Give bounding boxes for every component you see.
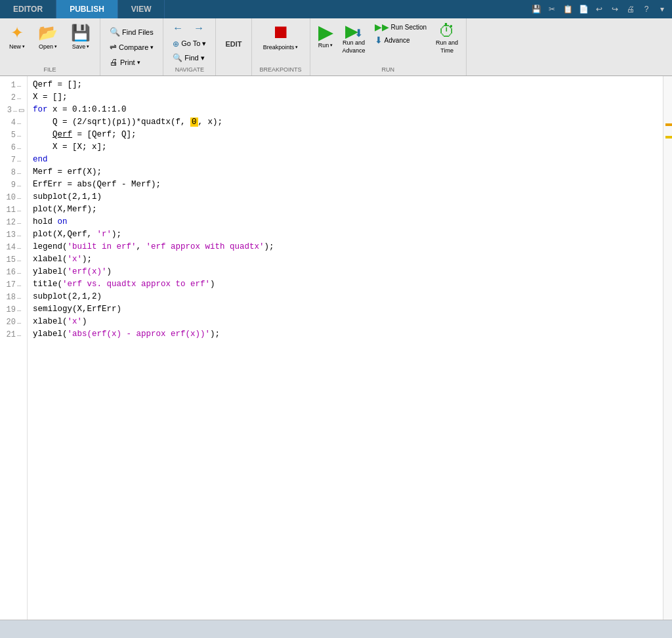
code-line-13: plot(X,Qerf, 'r'); [33,228,658,241]
line-num-6: 6 – [0,141,27,154]
line-num-7: 7 – [0,154,27,166]
breakpoints-icon: ⏹ [272,21,290,43]
run-group: ▶ Run ▾ ▶⬇ Run andAdvance ▶▶ Run Se [310,18,467,75]
save-icon: 💾 [71,24,91,42]
find-files-button[interactable]: 🔍 Find Files [106,26,158,38]
code-line-4: Q = (2/sqrt)(pi))*quadtx(f, 0, x); [33,116,658,129]
code-line-11: plot(X,Merf); [33,203,658,216]
line-num-10: 10 – [0,191,27,203]
code-line-16: ylabel('erf(x)') [33,266,658,278]
code-line-18: subplot(2,1,2) [33,291,658,303]
advance-button[interactable]: ⬇ Advance [372,34,429,46]
print-label: Print [120,58,135,66]
find-label: Find ▾ [184,54,204,62]
code-line-17: title('erf vs. quadtx approx to erf') [33,278,658,291]
open-icon: 📂 [38,24,58,42]
toolbar-spacer [467,18,672,75]
run-button[interactable]: ▶ Run ▾ [316,21,336,50]
undo-icon-btn[interactable]: ↩ [592,2,606,16]
go-forward-button[interactable]: → [190,21,208,35]
open-button[interactable]: 📂 Open ▾ [33,21,63,53]
editor-area: 1 – 2 – 3 – ▭ 4 – 5 – 6 – 7 – 8 – [0,76,672,620]
line-num-18: 18 – [0,291,27,303]
save-button[interactable]: 💾 Save ▾ [66,21,96,53]
navigate-group-label: NAVIGATE [169,66,210,73]
run-advance-icon: ▶⬇ [345,22,363,39]
code-line-3: for x = 0.1:0.1:1.0 [33,104,658,116]
line-num-2: 2 – [0,91,27,104]
edit-group: EDIT [216,18,251,75]
code-line-7: end [33,154,658,166]
line-num-16: 16 – [0,266,27,278]
cut-icon-btn[interactable]: ✂ [545,2,559,16]
goto-button[interactable]: ⊕ Go To ▾ [169,38,210,50]
go-back-button[interactable]: ← [169,21,187,35]
edit-label: EDIT [225,40,242,48]
run-icon: ▶ [318,22,333,42]
run-section-button[interactable]: ▶▶ Run Section [372,21,429,33]
goto-label: Go To ▾ [181,39,206,48]
tab-publish[interactable]: PUBLISH [56,0,118,18]
compare-button[interactable]: ⇌ Compare ▾ [106,41,158,53]
breakpoints-button[interactable]: ⏹ Breakpoints ▾ [263,21,299,51]
print-icon-btn[interactable]: 🖨 [623,2,638,16]
code-line-5: Qerf = [Qerf; Q]; [33,129,658,141]
file-group: ✦ New ▾ 📂 Open ▾ 💾 Save ▾ [0,18,100,75]
copy-icon-btn[interactable]: 📋 [560,2,575,16]
compare-label: Compare [119,43,148,51]
go-back-icon: ← [173,22,183,34]
find-button[interactable]: 🔍 Find ▾ [169,52,210,64]
line-num-15: 15 – [0,253,27,266]
advance-icon: ⬇ [375,35,383,45]
fold-icon-3[interactable]: ▭ [18,106,24,114]
right-gutter [663,76,672,620]
code-line-9: ErfErr = abs(Qerf - Merf); [33,179,658,191]
gutter-mark-2 [665,136,672,138]
run-section-label: Run Section [391,24,427,31]
tab-view[interactable]: VIEW [118,0,165,18]
new-icon: ✦ [10,24,24,42]
run-time-icon: ⏱ [438,22,455,39]
go-forward-icon: → [194,22,204,34]
tab-bar: EDITOR PUBLISH VIEW 💾 ✂ 📋 📄 ↩ ↪ 🖨 ? ▾ [0,0,672,18]
line-num-8: 8 – [0,166,27,179]
run-time-button[interactable]: ⏱ Run andTime [433,21,461,56]
line-num-11: 11 – [0,203,27,216]
status-bar [0,620,672,638]
paste-icon-btn[interactable]: 📄 [576,2,591,16]
find-files-label: Find Files [122,28,154,36]
line-num-3: 3 – ▭ [0,104,27,116]
run-advance-label: Run andAdvance [343,39,366,54]
tab-editor[interactable]: EDITOR [0,0,56,18]
print-icon: 🖨 [110,57,118,67]
line-num-1: 1 – [0,79,27,91]
file-group-label: FILE [44,66,56,73]
help-icon-btn[interactable]: ? [639,2,654,16]
line-num-17: 17 – [0,278,27,291]
edit-group-label [233,54,235,61]
file-small-group: 🔍 Find Files ⇌ Compare ▾ 🖨 Print ▾ [100,18,163,75]
print-button[interactable]: 🖨 Print ▾ [106,56,158,68]
edit-button[interactable]: EDIT [225,33,242,54]
redo-icon-btn[interactable]: ↪ [608,2,622,16]
code-line-6: X = [X; x]; [33,141,658,154]
run-group-label: RUN [316,66,461,73]
new-button[interactable]: ✦ New ▾ [4,21,30,53]
breakpoints-group: ⏹ Breakpoints ▾ BREAKPOINTS [252,18,310,75]
code-line-2: X = []; [33,91,658,104]
breakpoints-group-label: BREAKPOINTS [260,66,302,73]
line-num-12: 12 – [0,216,27,228]
gutter-mark-1 [665,123,672,126]
code-line-10: subplot(2,1,1) [33,191,658,203]
more-icon-btn[interactable]: ▾ [655,2,669,16]
save-icon-btn[interactable]: 💾 [529,2,543,16]
status-text [5,626,7,633]
code-area[interactable]: Qerf = []; X = []; for x = 0.1:0.1:1.0 Q… [28,76,663,620]
line-num-13: 13 – [0,228,27,241]
advance-label: Advance [385,37,410,44]
open-label: Open [39,43,53,50]
line-num-14: 14 – [0,241,27,253]
code-line-14: legend('built in erf', 'erf approx with … [33,241,658,253]
run-advance-button[interactable]: ▶⬇ Run andAdvance [340,21,368,56]
code-line-8: Merf = erf(X); [33,166,658,179]
